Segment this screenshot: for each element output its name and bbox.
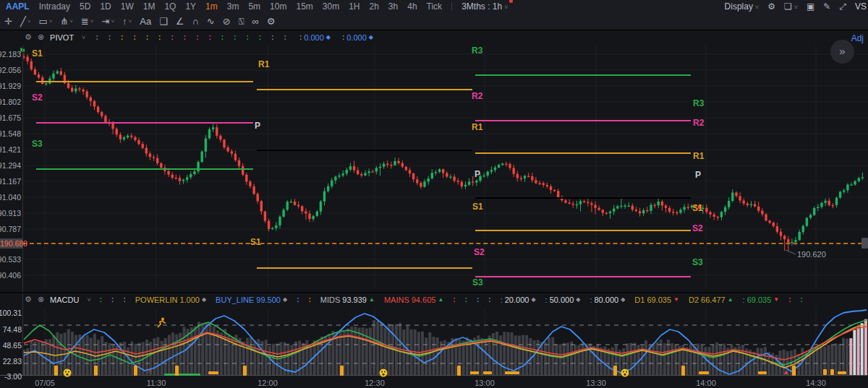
- legend-series-marker: :: [100, 296, 102, 303]
- pivot-label-P: P: [475, 169, 480, 179]
- last-price-tag: 190.680: [0, 238, 22, 249]
- legend-series-marker: :: [488, 296, 490, 303]
- indicator-close-icon[interactable]: ⊗: [38, 295, 44, 304]
- pivot-series-marker: :: [133, 33, 135, 41]
- indicator-close-icon[interactable]: ⊗: [38, 33, 44, 42]
- signal-dash-marker: [483, 371, 492, 374]
- signal-dash-marker: [470, 371, 479, 374]
- pivot-series-marker: :: [171, 33, 173, 41]
- time-tick: 12:30: [365, 379, 385, 387]
- legend-series-marker: :: [465, 296, 467, 303]
- macdu-plot[interactable]: [0, 0, 868, 388]
- pivot-series-marker: :: [95, 33, 98, 41]
- legend-series-marker: :: [477, 296, 479, 303]
- pivot-values: :0.000◆:0.000◆: [299, 33, 373, 42]
- legend-series-marker: :: [788, 296, 791, 303]
- legend-item: POWERLIN1.000◆: [135, 296, 206, 304]
- pivot-line: [257, 267, 472, 269]
- pivot-value: :0.000◆: [342, 33, 373, 42]
- price-tick: 190.533: [0, 255, 21, 264]
- green-level-marker: [164, 374, 200, 376]
- pivot-label-R3: R3: [693, 98, 704, 108]
- pivot-label-S2: S2: [692, 223, 703, 233]
- time-tick: 11:30: [147, 379, 166, 387]
- indicator-tick: 100.31: [0, 309, 22, 317]
- pivot-label-S1: S1: [32, 48, 43, 59]
- legend-item: :20.000◆: [501, 296, 536, 304]
- pivot-series-marker: :: [221, 33, 224, 41]
- signal-bar-marker: [830, 369, 834, 375]
- pivot-indicator-header: ⚙ ⊗ PIVOT ˅ :::::::::::::::: :0.000◆:0.0…: [25, 33, 373, 42]
- trading-app-window: AAPL Intraday5D1D1W1M1Q1Y1m3m5m10m15m30m…: [0, 0, 868, 388]
- legend-item: D266.477▲: [689, 296, 733, 304]
- pivot-label-S2: S2: [474, 247, 485, 257]
- signal-bar-marker: [243, 366, 247, 376]
- legend-item: MIDS93.939▲: [320, 296, 375, 304]
- pivot-line: [475, 120, 691, 121]
- pivot-line: [475, 152, 691, 154]
- red-arrows-marker: ↑↑: [147, 367, 151, 375]
- indicator-name[interactable]: PIVOT: [50, 33, 74, 42]
- pivot-line: [36, 168, 253, 170]
- pivot-series-marker: :: [184, 33, 186, 41]
- signal-bar-marker: [792, 366, 796, 376]
- legend-series-marker: :: [111, 296, 114, 303]
- last-price-line[interactable]: [22, 243, 862, 244]
- indicator-settings-icon[interactable]: ⚙: [25, 295, 32, 304]
- pivot-series-marker: :: [247, 33, 249, 41]
- price-tick: 191.294: [0, 161, 21, 170]
- price-tick: 191.802: [0, 98, 21, 106]
- pivot-label-S1: S1: [250, 237, 261, 247]
- pivot-series-marker: :: [208, 33, 210, 41]
- pane-divider[interactable]: [0, 292, 868, 293]
- time-tick: 07/05: [35, 379, 55, 387]
- pivot-label-S1: S1: [692, 203, 703, 213]
- indicator-tick: 74.48: [0, 325, 22, 334]
- indicator-tick: 48.65: [0, 341, 22, 350]
- time-tick: 13:00: [475, 379, 495, 387]
- pivot-series-marker: :: [271, 33, 273, 41]
- pivot-label-S2: S2: [32, 92, 43, 103]
- adjusted-toggle[interactable]: Adj: [851, 33, 864, 43]
- price-tick: 190.913: [0, 209, 21, 217]
- pivot-series-marker: :: [259, 33, 261, 41]
- signal-bar-marker: [94, 366, 98, 376]
- pivot-label-P: P: [695, 170, 701, 180]
- signal-bar-marker: [340, 366, 344, 376]
- pivot-series-marker: :: [109, 33, 111, 41]
- time-tick: 12:00: [258, 379, 278, 387]
- price-tick: 191.040: [0, 193, 21, 202]
- pivot-label-R1: R1: [258, 59, 269, 69]
- price-tick: 191.675: [0, 113, 21, 122]
- legend-item: D169.035▼: [634, 296, 679, 304]
- signal-bar-marker: [175, 366, 179, 376]
- signal-bar-marker: [681, 366, 685, 376]
- indicator-tick: 22.83: [0, 357, 22, 366]
- price-tick: 191.167: [0, 177, 21, 186]
- pivot-label-R1: R1: [693, 151, 704, 161]
- pivot-series-marker: :: [158, 33, 161, 41]
- signal-dash-marker: [758, 371, 767, 374]
- axis-border: [22, 45, 23, 376]
- indicator-settings-icon[interactable]: ⚙: [25, 33, 32, 42]
- indicator-name[interactable]: MACDU: [50, 296, 79, 304]
- pivot-series-marker: :: [284, 33, 286, 41]
- pivot-label-R3: R3: [472, 46, 482, 56]
- pivot-line: [475, 276, 691, 277]
- pivot-line: [475, 197, 691, 199]
- pivot-line: [257, 150, 472, 151]
- chevron-down-icon[interactable]: ˅: [82, 34, 85, 41]
- pivot-series-marker: :: [146, 33, 148, 41]
- chevron-down-icon[interactable]: ˅: [87, 296, 90, 303]
- legend-series-marker: :: [123, 296, 125, 303]
- pivot-label-S3: S3: [472, 277, 483, 288]
- price-tick: 192.056: [0, 66, 21, 74]
- price-line-handle[interactable]: [861, 238, 868, 249]
- price-tick: 190.406: [0, 271, 21, 280]
- expand-panel-button[interactable]: »: [830, 40, 854, 64]
- price-tick: 191.929: [0, 82, 21, 90]
- pivot-label-R2: R2: [472, 91, 482, 101]
- legend-series-marker: :: [297, 296, 299, 303]
- indicator-legend: :::POWERLIN1.000◆BUY_LINE99.500◆::MIDS93…: [100, 296, 803, 304]
- pivot-label-R1: R1: [472, 122, 482, 132]
